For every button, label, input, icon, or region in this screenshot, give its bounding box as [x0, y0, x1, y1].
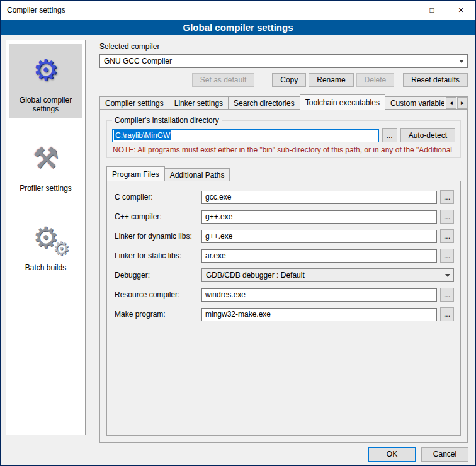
field-row-make-program: Make program: ...: [115, 307, 454, 321]
tab-linker-settings[interactable]: Linker settings: [169, 96, 229, 110]
compiler-select-value: GNU GCC Compiler: [104, 57, 456, 65]
cancel-button[interactable]: Cancel: [421, 447, 468, 462]
ok-button[interactable]: OK: [368, 447, 416, 462]
compiler-select[interactable]: GNU GCC Compiler: [99, 54, 468, 68]
compiler-actions: Set as default Copy Rename Delete Reset …: [99, 73, 468, 87]
sidebar-item-profiler-settings[interactable]: ⚒ Profiler settings: [9, 132, 82, 198]
selected-compiler-label: Selected compiler: [99, 42, 468, 51]
auto-detect-button[interactable]: Auto-detect: [400, 128, 455, 142]
static-linker-input[interactable]: [201, 249, 437, 263]
c-compiler-label: C compiler:: [115, 193, 201, 202]
reset-defaults-button[interactable]: Reset defaults: [403, 73, 468, 87]
chevron-down-icon: [456, 55, 467, 67]
sidebar-item-batch-builds[interactable]: ⚙⚙ Batch builds: [9, 212, 82, 277]
tab-compiler-settings[interactable]: Compiler settings: [99, 96, 169, 110]
settings-tabbar: Compiler settings Linker settings Search…: [99, 94, 468, 110]
chevron-down-icon: [442, 269, 453, 281]
sidebar-item-label: Batch builds: [10, 263, 81, 272]
browse-make-program-button[interactable]: ...: [440, 307, 454, 321]
resource-compiler-label: Resource compiler:: [115, 290, 201, 299]
program-files-tabbar: Program Files Additional Paths: [105, 167, 462, 181]
dialog-footer: OK Cancel: [1, 443, 475, 465]
make-program-input[interactable]: [201, 308, 437, 321]
debugger-select[interactable]: GDB/CDB debugger : Default: [201, 268, 454, 282]
browse-install-dir-button[interactable]: ...: [382, 128, 397, 142]
stacked-gears-icon-small: ⚙: [53, 229, 70, 268]
tab-scroll-right-icon[interactable]: ►: [457, 97, 468, 109]
compiler-settings-window: Compiler settings – □ × Global compiler …: [0, 0, 476, 466]
delete-button[interactable]: Delete: [356, 73, 395, 87]
tab-additional-paths[interactable]: Additional Paths: [164, 168, 230, 181]
browse-c-compiler-button[interactable]: ...: [440, 190, 454, 204]
tab-program-files[interactable]: Program Files: [106, 166, 165, 181]
c-compiler-input[interactable]: [201, 191, 437, 204]
tab-scroll-left-icon[interactable]: ◄: [446, 97, 456, 109]
field-row-cpp-compiler: C++ compiler: ...: [115, 210, 454, 224]
dynamic-linker-label: Linker for dynamic libs:: [115, 232, 201, 241]
stacked-gears-icon: ⚙⚙: [10, 218, 81, 259]
rename-button[interactable]: Rename: [309, 73, 353, 87]
toolchain-executables-page: Compiler's installation directory C:\ray…: [99, 109, 468, 443]
banner-title: Global compiler settings: [1, 20, 475, 35]
tab-search-directories[interactable]: Search directories: [228, 96, 300, 110]
dynamic-linker-input[interactable]: [201, 230, 437, 243]
install-dir-group-title: Compiler's installation directory: [112, 116, 222, 125]
browse-resource-compiler-button[interactable]: ...: [440, 288, 454, 302]
main-panel: Selected compiler GNU GCC Compiler Set a…: [92, 40, 470, 443]
tab-toolchain-executables[interactable]: Toolchain executables: [300, 94, 385, 110]
install-dir-input[interactable]: C:\raylib\MinGW: [112, 129, 379, 142]
debugger-label: Debugger:: [115, 271, 201, 280]
gear-blue-icon: ⚙: [10, 50, 81, 92]
install-dir-selected-text: C:\raylib\MinGW: [114, 130, 171, 140]
cpp-compiler-label: C++ compiler:: [115, 212, 201, 221]
copy-button[interactable]: Copy: [272, 73, 306, 87]
field-row-static-linker: Linker for static libs: ...: [115, 249, 454, 263]
debugger-select-value: GDB/CDB debugger : Default: [206, 271, 442, 280]
field-row-resource-compiler: Resource compiler: ...: [115, 288, 454, 302]
set-as-default-button[interactable]: Set as default: [192, 73, 254, 87]
resource-compiler-input[interactable]: [201, 288, 437, 302]
field-row-dynamic-linker: Linker for dynamic libs: ...: [115, 229, 454, 243]
field-row-c-compiler: C compiler: ...: [115, 190, 454, 204]
static-linker-label: Linker for static libs:: [115, 251, 201, 260]
close-button[interactable]: ×: [446, 1, 475, 20]
note-text: NOTE: All programs must exist either in …: [113, 145, 455, 154]
maximize-button[interactable]: □: [417, 1, 446, 20]
program-files-page: C compiler: ... C++ compiler: ... Linker…: [106, 181, 461, 436]
browse-cpp-compiler-button[interactable]: ...: [440, 210, 454, 224]
make-program-label: Make program:: [115, 310, 201, 319]
tab-scroll-controls: ◄ ►: [444, 97, 468, 109]
profiler-tool-icon: ⚒: [10, 139, 81, 180]
install-dir-row: C:\raylib\MinGW ... Auto-detect: [112, 128, 455, 142]
settings-sidebar: ⚙ Global compiler settings ⚒ Profiler se…: [6, 40, 86, 435]
install-dir-groupbox: Compiler's installation directory C:\ray…: [106, 116, 461, 158]
sidebar-item-label: Global compiler settings: [10, 96, 81, 113]
window-controls: – □ ×: [388, 1, 475, 20]
minimize-button[interactable]: –: [388, 1, 417, 20]
field-row-debugger: Debugger: GDB/CDB debugger : Default: [115, 268, 454, 282]
titlebar: Compiler settings – □ ×: [1, 1, 475, 20]
browse-dynamic-linker-button[interactable]: ...: [440, 229, 454, 243]
cpp-compiler-input[interactable]: [201, 210, 437, 224]
window-title: Compiler settings: [7, 6, 65, 14]
sidebar-item-global-compiler-settings[interactable]: ⚙ Global compiler settings: [9, 44, 82, 118]
browse-static-linker-button[interactable]: ...: [440, 249, 454, 263]
sidebar-item-label: Profiler settings: [10, 184, 81, 193]
